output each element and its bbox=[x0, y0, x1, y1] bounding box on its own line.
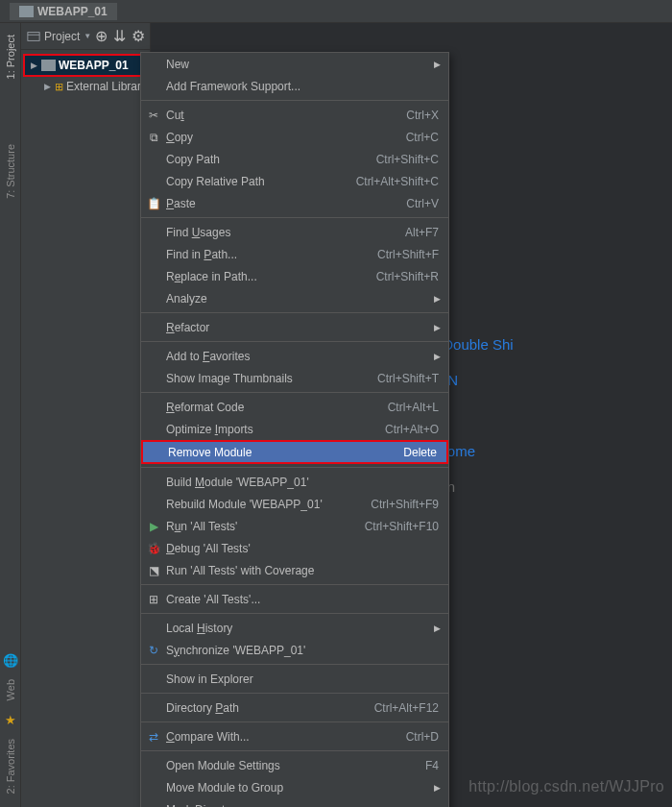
collapse-icon[interactable]: ⇊ bbox=[113, 27, 126, 45]
menu-item-label: Run 'All Tests' bbox=[166, 520, 237, 533]
project-panel-title-text: Project bbox=[44, 30, 80, 43]
menu-item-build-module-webapp-01[interactable]: Build Module 'WEBAPP_01' bbox=[141, 471, 448, 493]
copy-icon: ⧉ bbox=[146, 130, 161, 145]
panel-header-title[interactable]: Project ▼ bbox=[27, 30, 91, 43]
menu-separator bbox=[141, 341, 448, 342]
tree-node-label: WEBAPP_01 bbox=[59, 59, 129, 72]
menu-item-shortcut: Ctrl+Shift+F10 bbox=[365, 520, 439, 533]
menu-item-optimize-imports[interactable]: Optimize ImportsCtrl+Alt+O bbox=[141, 418, 448, 440]
menu-item-find-usages[interactable]: Find UsagesAlt+F7 bbox=[141, 221, 448, 243]
tool-strip-favorites[interactable]: 2: Favorites bbox=[5, 733, 16, 799]
menu-item-open-module-settings[interactable]: Open Module SettingsF4 bbox=[141, 754, 448, 776]
expand-arrow-icon[interactable]: ▶ bbox=[42, 82, 52, 91]
menu-item-label: Paste bbox=[166, 197, 196, 210]
menu-item-shortcut: Ctrl+Shift+F9 bbox=[371, 498, 439, 511]
submenu-arrow-icon: ▶ bbox=[434, 323, 441, 332]
debug-icon: 🐞 bbox=[146, 541, 161, 556]
hint-search-key: Double Shi bbox=[443, 336, 513, 353]
project-panel: Project ▼ ⊕ ⇊ ⚙ ⇥ ▶ WEBAPP_01 ▶ ⊞ Extern… bbox=[21, 23, 151, 807]
project-tab[interactable]: WEBAPP_01 bbox=[10, 3, 117, 20]
menu-item-label: Copy Path bbox=[166, 153, 220, 166]
menu-item-copy[interactable]: ⧉CopyCtrl+C bbox=[141, 126, 448, 148]
menu-item-mark-directory-as[interactable]: Mark Directory as▶ bbox=[141, 798, 448, 807]
tool-strip-structure[interactable]: 7: Structure bbox=[5, 138, 16, 205]
menu-separator bbox=[141, 613, 448, 614]
menu-separator bbox=[141, 100, 448, 101]
menu-item-label: Cut bbox=[166, 109, 184, 122]
menu-item-create-all-tests[interactable]: ⊞Create 'All Tests'... bbox=[141, 588, 448, 610]
menu-item-show-image-thumbnails[interactable]: Show Image ThumbnailsCtrl+Shift+T bbox=[141, 367, 448, 389]
menu-item-label: Find Usages bbox=[166, 226, 230, 239]
sync-icon: ↻ bbox=[146, 643, 161, 658]
menu-item-directory-path[interactable]: Directory PathCtrl+Alt+F12 bbox=[141, 697, 448, 719]
menu-item-shortcut: Ctrl+V bbox=[406, 197, 439, 210]
web-icon: 🌐 bbox=[3, 653, 18, 668]
menu-item-shortcut: Ctrl+Shift+F bbox=[377, 248, 439, 261]
tree-node-external-libs[interactable]: ▶ ⊞ External Librar bbox=[23, 77, 148, 96]
menu-item-shortcut: Ctrl+Alt+Shift+C bbox=[356, 175, 439, 188]
menu-item-shortcut: Ctrl+Shift+C bbox=[376, 153, 439, 166]
target-icon[interactable]: ⊕ bbox=[95, 27, 108, 45]
menu-separator bbox=[141, 750, 448, 751]
left-tool-strip: 1: Project 7: Structure 🌐 Web ★ 2: Favor… bbox=[0, 23, 21, 807]
menu-item-cut[interactable]: ✂CutCtrl+X bbox=[141, 104, 448, 126]
menu-item-add-to-favorites[interactable]: Add to Favorites▶ bbox=[141, 345, 448, 367]
compare-icon: ⇄ bbox=[146, 729, 161, 745]
submenu-arrow-icon: ▶ bbox=[434, 783, 441, 793]
menu-item-label: Rebuild Module 'WEBAPP_01' bbox=[166, 498, 323, 511]
menu-item-show-in-explorer[interactable]: Show in Explorer bbox=[141, 668, 448, 690]
menu-item-label: Local History bbox=[166, 622, 232, 635]
menu-item-synchronize-webapp-01[interactable]: ↻Synchronize 'WEBAPP_01' bbox=[141, 639, 448, 661]
menu-item-refactor[interactable]: Refactor▶ bbox=[141, 316, 448, 338]
menu-item-label: Compare With... bbox=[166, 730, 250, 744]
gear-icon[interactable]: ⚙ bbox=[132, 27, 145, 45]
expand-arrow-icon[interactable]: ▶ bbox=[29, 61, 38, 70]
menu-separator bbox=[141, 584, 448, 585]
submenu-arrow-icon: ▶ bbox=[434, 294, 441, 304]
menu-item-add-framework-support[interactable]: Add Framework Support... bbox=[141, 75, 448, 97]
menu-item-shortcut: Ctrl+C bbox=[406, 131, 439, 144]
menu-item-paste[interactable]: 📋PasteCtrl+V bbox=[141, 192, 448, 214]
menu-item-local-history[interactable]: Local History▶ bbox=[141, 617, 448, 639]
menu-item-debug-all-tests[interactable]: 🐞Debug 'All Tests' bbox=[141, 537, 448, 559]
menu-item-compare-with[interactable]: ⇄Compare With...Ctrl+D bbox=[141, 725, 448, 747]
menu-item-reformat-code[interactable]: Reformat CodeCtrl+Alt+L bbox=[141, 396, 448, 418]
menu-item-shortcut: Alt+F7 bbox=[405, 226, 439, 239]
coverage-icon: ⬔ bbox=[146, 563, 161, 578]
menu-item-label: Open Module Settings bbox=[166, 759, 280, 772]
menu-item-label: Show in Explorer bbox=[166, 672, 253, 686]
menu-item-label: Remove Module bbox=[168, 446, 252, 459]
menu-item-move-module-to-group[interactable]: Move Module to Group▶ bbox=[141, 776, 448, 798]
menu-item-label: Debug 'All Tests' bbox=[166, 542, 251, 555]
menu-item-copy-relative-path[interactable]: Copy Relative PathCtrl+Alt+Shift+C bbox=[141, 170, 448, 192]
menu-item-label: Show Image Thumbnails bbox=[166, 372, 293, 385]
menu-item-run-all-tests-with-coverage[interactable]: ⬔Run 'All Tests' with Coverage bbox=[141, 559, 448, 581]
tree-node-label: External Librar bbox=[66, 80, 141, 93]
tab-title: WEBAPP_01 bbox=[37, 5, 108, 18]
menu-item-label: Optimize Imports bbox=[166, 423, 253, 436]
menu-separator bbox=[141, 312, 448, 313]
menu-item-remove-module[interactable]: Remove ModuleDelete bbox=[141, 440, 448, 464]
menu-item-copy-path[interactable]: Copy PathCtrl+Shift+C bbox=[141, 148, 448, 170]
menu-item-new[interactable]: New▶ bbox=[141, 53, 448, 75]
menu-item-label: Copy bbox=[166, 131, 193, 144]
menu-item-shortcut: Ctrl+Shift+R bbox=[376, 270, 439, 283]
tree-node-webapp[interactable]: ▶ WEBAPP_01 bbox=[23, 54, 148, 77]
tool-strip-web[interactable]: Web bbox=[5, 673, 16, 706]
menu-item-find-in-path[interactable]: Find in Path...Ctrl+Shift+F bbox=[141, 243, 448, 265]
menu-item-replace-in-path[interactable]: Replace in Path...Ctrl+Shift+R bbox=[141, 265, 448, 287]
menu-item-run-all-tests[interactable]: ▶Run 'All Tests'Ctrl+Shift+F10 bbox=[141, 515, 448, 537]
tool-strip-project[interactable]: 1: Project bbox=[5, 29, 16, 85]
menu-item-shortcut: Ctrl+Alt+F12 bbox=[374, 701, 439, 715]
menu-item-label: Add to Favorites bbox=[166, 350, 250, 363]
menu-item-label: Synchronize 'WEBAPP_01' bbox=[166, 644, 305, 657]
menu-item-rebuild-module-webapp-01[interactable]: Rebuild Module 'WEBAPP_01'Ctrl+Shift+F9 bbox=[141, 493, 448, 515]
menu-separator bbox=[141, 217, 448, 218]
menu-item-analyze[interactable]: Analyze▶ bbox=[141, 287, 448, 309]
menu-item-shortcut: Ctrl+D bbox=[406, 730, 439, 744]
folder-icon bbox=[19, 6, 34, 17]
menu-item-shortcut: Ctrl+Shift+T bbox=[377, 372, 439, 385]
svg-rect-0 bbox=[28, 32, 39, 40]
watermark: http://blog.csdn.net/WJJPro bbox=[468, 778, 664, 795]
menu-separator bbox=[141, 721, 448, 722]
